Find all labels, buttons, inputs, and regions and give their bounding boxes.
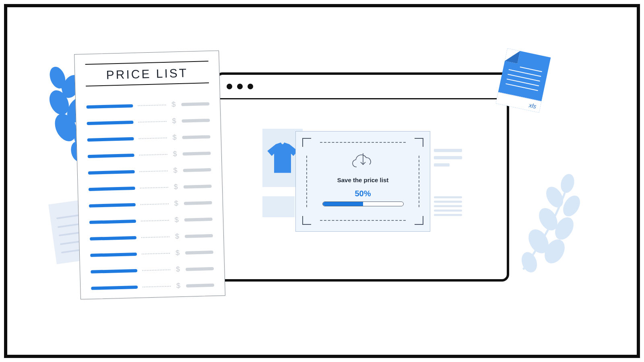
item-price-placeholder <box>183 168 211 172</box>
crop-guide <box>320 220 406 221</box>
leader-dots <box>140 187 168 188</box>
item-price-placeholder <box>186 283 214 287</box>
item-name-placeholder <box>88 170 135 174</box>
item-price-placeholder <box>184 217 213 221</box>
item-name-placeholder <box>90 236 136 240</box>
currency-symbol: $ <box>175 265 181 274</box>
leader-dots <box>138 121 167 122</box>
currency-symbol: $ <box>175 249 181 257</box>
progress-bar-fill <box>323 202 363 206</box>
leader-dots <box>142 253 170 254</box>
item-price-placeholder <box>185 250 213 254</box>
currency-symbol: $ <box>173 199 180 208</box>
price-list-row: $ <box>86 99 209 111</box>
text-placeholder-group <box>434 196 462 216</box>
progress-bar <box>322 202 404 206</box>
currency-symbol: $ <box>171 100 177 109</box>
currency-symbol: $ <box>175 282 182 290</box>
item-price-placeholder <box>186 267 214 271</box>
item-price-placeholder <box>181 102 209 106</box>
item-price-placeholder <box>183 152 211 156</box>
item-name-placeholder <box>89 203 136 207</box>
leader-dots <box>139 137 167 139</box>
leader-dots <box>141 236 169 238</box>
text-placeholder-group <box>434 149 462 167</box>
leader-dots <box>139 154 167 155</box>
currency-symbol: $ <box>171 133 178 142</box>
crop-guide <box>306 156 307 207</box>
window-control-dot[interactable] <box>248 84 253 89</box>
price-list-row: $ <box>90 231 213 243</box>
price-list-document: PRICE LIST $$$$$$$$$$$$ <box>74 50 225 299</box>
leader-dots <box>140 203 169 205</box>
price-list-row: $ <box>88 165 211 177</box>
crop-corner-icon <box>415 138 423 147</box>
currency-symbol: $ <box>172 166 178 175</box>
item-name-placeholder <box>89 186 135 191</box>
price-list-row: $ <box>89 182 212 193</box>
progress-percent-label: 50% <box>296 189 430 198</box>
currency-symbol: $ <box>174 232 180 241</box>
item-name-placeholder <box>87 137 134 142</box>
crop-corner-icon <box>302 216 311 225</box>
crop-corner-icon <box>302 138 311 147</box>
price-list-row: $ <box>89 198 212 210</box>
item-price-placeholder <box>184 184 212 188</box>
item-price-placeholder <box>184 201 212 205</box>
price-list-row: $ <box>90 248 213 259</box>
item-name-placeholder <box>86 104 133 109</box>
price-list-title: PRICE LIST <box>85 66 209 82</box>
crop-guide <box>320 142 406 143</box>
item-name-placeholder <box>89 219 136 224</box>
item-name-placeholder <box>87 121 133 125</box>
tshirt-icon <box>266 141 299 175</box>
item-price-placeholder <box>182 119 210 123</box>
currency-symbol: $ <box>173 183 179 191</box>
leader-dots <box>140 170 168 172</box>
crop-corner-icon <box>415 216 423 225</box>
dialog-title: Save the price list <box>296 177 430 183</box>
item-name-placeholder <box>88 153 134 158</box>
item-name-placeholder <box>91 285 138 290</box>
leader-dots <box>141 220 169 221</box>
save-dialog: Save the price list 50% <box>295 131 430 232</box>
item-price-placeholder <box>182 135 210 139</box>
currency-symbol: $ <box>172 150 178 158</box>
currency-symbol: $ <box>174 216 180 224</box>
crop-guide <box>419 156 419 207</box>
price-list-row: $ <box>87 149 211 160</box>
leader-dots <box>142 286 171 287</box>
content-placeholder <box>262 196 295 217</box>
browser-titlebar <box>218 75 507 99</box>
price-list-row: $ <box>87 116 210 128</box>
price-list-row: $ <box>91 281 214 292</box>
price-list-row: $ <box>91 264 214 276</box>
window-control-dot[interactable] <box>227 84 232 89</box>
download-cloud-icon <box>352 152 374 170</box>
leader-dots <box>138 104 166 106</box>
window-control-dot[interactable] <box>237 84 243 89</box>
price-list-row: $ <box>87 132 210 144</box>
item-price-placeholder <box>185 234 213 238</box>
currency-symbol: $ <box>171 117 177 125</box>
item-name-placeholder <box>90 252 137 257</box>
item-name-placeholder <box>91 269 137 273</box>
price-list-row: $ <box>89 215 213 226</box>
leader-dots <box>142 269 170 271</box>
